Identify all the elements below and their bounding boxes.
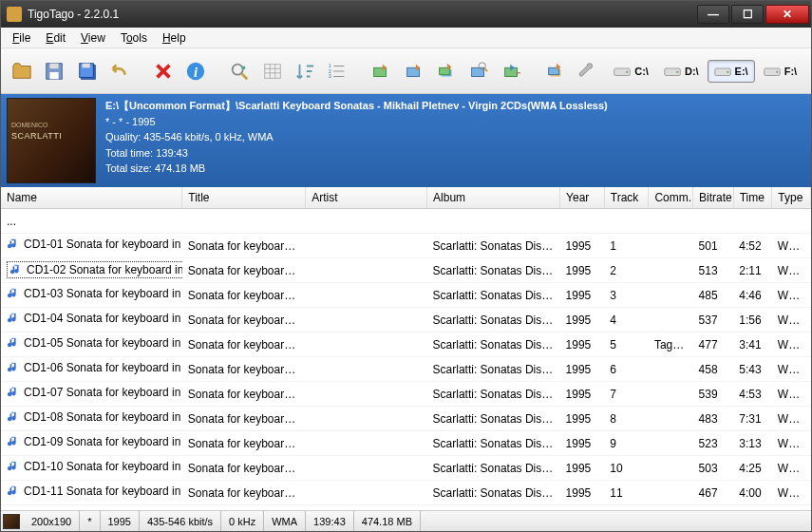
- column-header[interactable]: Track: [604, 187, 649, 209]
- info-button[interactable]: i: [182, 57, 209, 86]
- minimize-button[interactable]: —: [697, 5, 729, 24]
- open-folder-button[interactable]: [9, 57, 35, 86]
- info-totalsize: Total size: 474.18 MB: [105, 161, 608, 177]
- cell-artist: [306, 234, 427, 258]
- tag-action-5-button[interactable]: [499, 57, 525, 86]
- table-row[interactable]: CD1-02 Sonata for keyboard in D mino...S…: [1, 258, 811, 283]
- cell-time: 2:11: [733, 258, 772, 283]
- column-header[interactable]: Title: [182, 187, 306, 209]
- svg-rect-1: [50, 63, 59, 68]
- cell-type: WMA: [772, 481, 811, 505]
- cell-year: 1995: [560, 234, 605, 258]
- table-row[interactable]: CD1-09 Sonata for keyboard in F mino...S…: [1, 431, 811, 456]
- cell-title: Sonata for keyboard in B mi...: [182, 332, 306, 357]
- save-button[interactable]: [41, 57, 67, 86]
- window-titlebar: TigoTago - 2.2.0.1 — ☐ ✕: [1, 1, 811, 28]
- drive-button-C[interactable]: C:\: [607, 60, 655, 83]
- cell-artist: [306, 332, 427, 357]
- cell-track: 11: [604, 481, 649, 505]
- cell-track: 3: [604, 283, 649, 308]
- cell-track: 7: [604, 382, 649, 407]
- cell-name: CD1-08 Sonata for keyboard in C shar...: [24, 410, 182, 424]
- table-row[interactable]: CD1-07 Sonata for keyboard in A majo...S…: [1, 382, 811, 407]
- column-header[interactable]: Type: [772, 187, 811, 209]
- delete-button[interactable]: [150, 57, 177, 86]
- cell-comment: [649, 258, 693, 283]
- tag-action-4-button[interactable]: [465, 57, 492, 86]
- menu-view[interactable]: View: [73, 29, 113, 47]
- drive-selector: C:\D:\E:\F:\: [607, 60, 803, 83]
- cell-album: Scarlatti: Sonatas Disc 1: [427, 382, 560, 407]
- cell-album: Scarlatti: Sonatas Disc 1: [427, 234, 560, 258]
- cell-artist: [306, 357, 427, 382]
- cell-year: 1995: [560, 431, 605, 456]
- cell-track: 9: [604, 431, 649, 456]
- cell-artist: [306, 283, 427, 308]
- cell-name: CD1-10 Sonata for keyboard in F majo...: [24, 460, 182, 473]
- column-header[interactable]: Bitrate: [693, 187, 734, 209]
- status-sep: *: [80, 511, 100, 531]
- cell-track: 8: [604, 407, 649, 431]
- svg-text:3: 3: [329, 73, 331, 79]
- table-row[interactable]: CD1-08 Sonata for keyboard in C shar...S…: [1, 407, 811, 431]
- search-button[interactable]: [226, 57, 253, 86]
- column-header[interactable]: Comm...: [649, 187, 693, 209]
- column-header[interactable]: Name: [1, 187, 182, 209]
- column-header[interactable]: Album: [427, 187, 560, 209]
- tag-action-2-button[interactable]: [401, 57, 427, 86]
- table-row[interactable]: ...: [1, 209, 811, 234]
- numbered-list-button[interactable]: 123: [324, 57, 350, 86]
- drive-button-F[interactable]: F:\: [757, 60, 803, 83]
- column-header[interactable]: Time: [733, 187, 772, 209]
- table-row[interactable]: CD1-11 Sonata for keyboard in D mino...S…: [1, 481, 811, 505]
- drive-button-D[interactable]: D:\: [657, 60, 706, 83]
- window-title: TigoTago - 2.2.0.1: [28, 8, 119, 21]
- table-row[interactable]: CD1-06 Sonata for keyboard in E majo...S…: [1, 357, 811, 382]
- file-table-container[interactable]: NameTitleArtistAlbumYearTrackComm...Bitr…: [1, 187, 811, 510]
- undo-button[interactable]: [106, 57, 133, 86]
- column-header[interactable]: Year: [560, 187, 605, 209]
- cell-year: 1995: [560, 481, 605, 505]
- table-row[interactable]: CD1-10 Sonata for keyboard in F majo...S…: [1, 456, 811, 481]
- cell-bitrate: 467: [693, 481, 734, 505]
- status-thumbnail: [3, 514, 20, 529]
- info-quality: Quality: 435-546 kbit/s, 0 kHz, WMA: [105, 129, 608, 145]
- cell-year: 1995: [560, 283, 605, 308]
- tag-action-1-button[interactable]: [368, 57, 394, 86]
- maximize-button[interactable]: ☐: [731, 5, 764, 24]
- cell-comment: Tagge...: [649, 332, 693, 357]
- settings-button[interactable]: [575, 57, 601, 86]
- cell-name: CD1-09 Sonata for keyboard in F mino...: [24, 435, 182, 448]
- cell-comment: [649, 308, 693, 332]
- svg-rect-10: [265, 64, 281, 78]
- cell-bitrate: 539: [693, 382, 734, 407]
- table-row[interactable]: CD1-01 Sonata for keyboard in D majo...S…: [1, 234, 811, 258]
- cell-track: 10: [604, 456, 649, 481]
- menu-help[interactable]: Help: [155, 29, 194, 47]
- table-row[interactable]: CD1-05 Sonata for keyboard in B mino...S…: [1, 332, 811, 357]
- tag-action-6-button[interactable]: [542, 57, 569, 86]
- table-row[interactable]: CD1-04 Sonata for keyboard in G majo...S…: [1, 308, 811, 332]
- music-note-icon: [7, 386, 20, 399]
- grid-button[interactable]: [259, 57, 286, 86]
- menu-edit[interactable]: Edit: [38, 29, 73, 47]
- cell-title: Sonata for keyboard in A m...: [182, 456, 306, 481]
- table-row[interactable]: CD1-03 Sonata for keyboard in G majo...S…: [1, 283, 811, 308]
- cell-type: WMA: [772, 357, 811, 382]
- cell-time: 4:52: [733, 234, 772, 258]
- cell-year: 1995: [560, 332, 605, 357]
- menu-tools[interactable]: Tools: [113, 29, 155, 47]
- cell-time: 4:53: [733, 382, 772, 407]
- drive-button-E[interactable]: E:\: [708, 60, 755, 83]
- music-note-icon: [7, 312, 20, 325]
- menu-file[interactable]: File: [5, 29, 38, 47]
- cell-album: Scarlatti: Sonatas Disc 1: [427, 431, 560, 456]
- cell-artist: [306, 407, 427, 431]
- sort-button[interactable]: [292, 57, 318, 86]
- save-all-button[interactable]: [74, 57, 101, 86]
- tag-action-3-button[interactable]: [433, 57, 460, 86]
- cell-time: 4:46: [733, 283, 772, 308]
- cell-title: Sonata for keyboard in A m...: [182, 431, 306, 456]
- close-button[interactable]: ✕: [765, 5, 809, 24]
- column-header[interactable]: Artist: [306, 187, 427, 209]
